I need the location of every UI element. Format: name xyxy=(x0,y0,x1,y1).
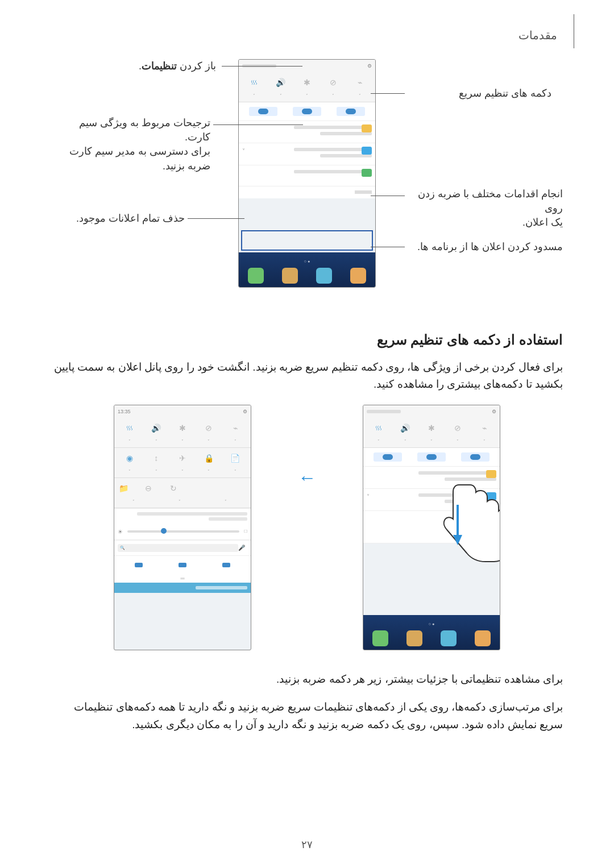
leader-line xyxy=(213,124,303,125)
page-indicator: ● ○ xyxy=(239,259,375,263)
callout-sim-prefs: ترجیحات مربوط به ویژگی سیم کارت. برای دس… xyxy=(51,116,210,173)
flashlight-icon: ⌁ xyxy=(353,76,367,89)
browser-icon xyxy=(316,268,332,284)
highlight-box xyxy=(241,230,373,251)
status-bar: ⚙ 13:35 xyxy=(114,405,251,418)
minus-icon: ⊖ xyxy=(142,481,155,495)
bluetooth-icon: ✱ xyxy=(425,421,438,435)
page-header: مقدمات xyxy=(51,28,563,42)
notification-item: ˅ xyxy=(239,143,375,165)
wifi-icon: ᯾ xyxy=(372,421,385,435)
wifi-icon: ᯾ xyxy=(247,76,261,89)
quick-settings-row-3: ↻ ⊖ 📁 xyxy=(114,478,251,499)
leader-line xyxy=(222,66,302,67)
wifi-icon: ᯾ xyxy=(123,421,136,435)
notification-item xyxy=(363,467,500,489)
phone-icon xyxy=(248,268,264,284)
notification-text xyxy=(114,508,251,524)
dnd-icon: ⊘ xyxy=(202,421,215,435)
side-rule xyxy=(574,14,574,48)
brightness-gear-icon: ☀ xyxy=(118,529,123,535)
folder-icon: 📁 xyxy=(117,481,130,495)
slider-track xyxy=(127,530,239,533)
sim-row xyxy=(363,448,500,467)
body-para-3: برای مرتب‌سازی دکمه‌ها، روی یکی از دکمه‌… xyxy=(51,699,563,733)
page-number: ٢٧ xyxy=(0,838,614,851)
leader-line xyxy=(188,218,244,219)
arrow-left-icon: ← xyxy=(298,467,316,488)
dnd-icon: ⊘ xyxy=(451,421,464,435)
quick-settings-labels: ˅˅˅˅˅ xyxy=(363,438,500,448)
quick-settings-footer xyxy=(114,583,251,593)
flashlight-icon: ⌁ xyxy=(229,421,242,435)
phone-mock-right: ⚙ ⌁ ⊘ ✱ 🔊 ᯾ ˅˅˅˅˅ xyxy=(363,405,500,650)
home-dock xyxy=(239,252,375,287)
quick-settings-labels: ˅˅˅˅˅ xyxy=(239,93,375,102)
sync-icon: ↕ xyxy=(150,451,163,465)
clear-all-row xyxy=(239,186,375,198)
status-bar: ⚙ xyxy=(363,405,500,418)
sim-pills-row xyxy=(114,555,251,574)
phone-mock-top: ⚙ ⌁ ⊘ ✱ 🔊 ᯾ ˅˅˅˅˅ xyxy=(238,59,376,288)
notification-badge xyxy=(362,169,372,177)
messages-icon xyxy=(282,268,298,284)
body-para-2: برای مشاهده تنظیماتی با جزئیات بیشتر، زی… xyxy=(51,671,563,688)
page-indicator: ● ○ xyxy=(363,622,500,626)
apps-icon xyxy=(350,268,366,284)
notification-item: ˅ xyxy=(363,489,500,511)
mic-icon: 🎤 xyxy=(238,545,245,551)
leader-line xyxy=(371,247,405,247)
document-page: مقدمات ⚙ ⌁ ⊘ ✱ 🔊 ᯾ ˅˅˅˅˅ xyxy=(0,0,614,868)
search-field: 🔍 xyxy=(118,544,238,552)
phone-mock-left: ⚙ 13:35 ⌁ ⊘ ✱ 🔊 ᯾ ˅˅˅˅˅ 📄 🔒 ✈ ↕ ◉ ˅˅˅ xyxy=(114,405,251,650)
quick-settings-row: ⌁ ⊘ ✱ 🔊 ᯾ xyxy=(114,418,251,438)
quick-settings-labels: ˅˅˅˅˅ xyxy=(114,438,251,448)
quick-settings-labels: ˅˅˅ xyxy=(114,499,251,508)
refresh-icon: ↻ xyxy=(167,481,180,495)
location-icon: ◉ xyxy=(123,451,136,465)
sound-icon: 🔊 xyxy=(150,421,163,435)
callout-open-settings: باز کردن تنظیمات. xyxy=(85,59,216,73)
leader-line xyxy=(371,93,405,94)
callout-tap-notification: انجام اقدامات مختلف با ضربه زدن روی یک ا… xyxy=(409,187,563,230)
notification-item xyxy=(239,165,375,186)
notification-item xyxy=(363,511,500,543)
dnd-icon: ⊘ xyxy=(326,76,340,89)
sim-chip xyxy=(293,107,321,116)
sound-icon: 🔊 xyxy=(399,421,412,435)
status-time: 13:35 xyxy=(118,409,131,414)
notification-badge xyxy=(362,147,372,155)
sim-row xyxy=(239,102,375,121)
gear-icon: ⚙ xyxy=(367,63,372,69)
top-diagram: ⚙ ⌁ ⊘ ✱ 🔊 ᯾ ˅˅˅˅˅ xyxy=(51,59,563,309)
notification-badge xyxy=(362,124,372,132)
handle-icon: ═ xyxy=(114,574,251,583)
airplane-icon: ✈ xyxy=(176,451,189,465)
flashlight-icon: ⌁ xyxy=(478,421,491,435)
home-dock xyxy=(363,615,500,650)
quick-settings-labels: ˅˅˅˅˅ xyxy=(114,468,251,478)
quick-settings-row-2: 📄 🔒 ✈ ↕ ◉ xyxy=(114,448,251,468)
bottom-diagram: ⚙ ⌁ ⊘ ✱ 🔊 ᯾ ˅˅˅˅˅ xyxy=(51,405,563,655)
sim-chip xyxy=(337,107,365,116)
chevron-down-icon: ˅ xyxy=(242,148,245,154)
bluetooth-icon: ✱ xyxy=(176,421,189,435)
rotate-icon: 🔒 xyxy=(202,451,215,465)
sim-chip xyxy=(249,107,277,116)
hotspot-icon: 📄 xyxy=(229,451,242,465)
leader-line xyxy=(371,196,405,196)
brightness-slider: ☐ ☀ xyxy=(114,524,251,540)
search-row: 🎤 🔍 xyxy=(114,540,251,555)
callout-quick-settings: دکمه های تنظیم سریع xyxy=(409,86,551,101)
callout-clear-all: حذف تمام اعلانات موجود. xyxy=(68,211,185,226)
quick-settings-row: ⌁ ⊘ ✱ 🔊 ᯾ xyxy=(363,418,500,438)
gear-icon: ⚙ xyxy=(492,409,496,414)
body-para-1: برای فعال کردن برخی از ویژگی ها، روی دکم… xyxy=(51,359,563,393)
sound-icon: 🔊 xyxy=(274,76,288,89)
gear-icon: ⚙ xyxy=(243,409,247,414)
section-heading: استفاده از دکمه های تنظیم سریع xyxy=(51,332,563,348)
bluetooth-icon: ✱ xyxy=(300,76,314,89)
callout-block-notifications: مسدود کردن اعلان ها از برنامه ها. xyxy=(409,240,563,254)
quick-settings-row: ⌁ ⊘ ✱ 🔊 ᯾ xyxy=(239,72,375,93)
auto-label: ☐ xyxy=(244,529,247,534)
